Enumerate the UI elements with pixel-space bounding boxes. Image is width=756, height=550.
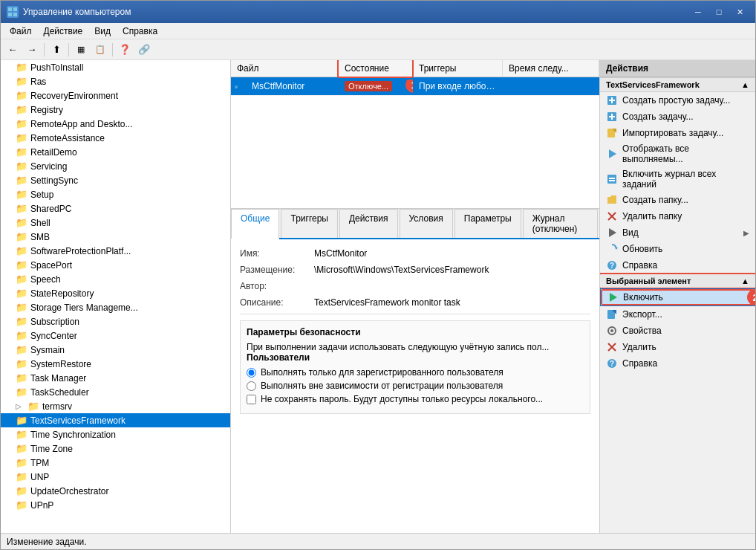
tree-item-timesync[interactable]: 📁 Time Synchronization [1, 427, 230, 441]
action-properties[interactable]: Свойства [600, 323, 755, 339]
expand-arrow[interactable]: ▷ [16, 402, 27, 410]
action-export[interactable]: Экспорт... [600, 306, 755, 323]
folder-icon: 📁 [16, 62, 27, 73]
folder-icon: 📁 [16, 288, 27, 299]
tree-item-taskmanager[interactable]: 📁 Task Manager [1, 371, 230, 385]
tree-item-settingsync[interactable]: 📁 SettingSync [1, 173, 230, 187]
minimize-button[interactable]: ─ [688, 4, 708, 19]
tree-item-registry[interactable]: 📁 Registry [1, 103, 230, 117]
folder-icon: 📁 [16, 161, 27, 172]
tree-item-staterepository[interactable]: 📁 StateRepository [1, 286, 230, 300]
action-delete-folder[interactable]: Удалить папку [600, 208, 755, 224]
tree-item-tpm[interactable]: 📁 TPM [1, 456, 230, 470]
folder-icon: 📁 [16, 443, 27, 454]
tab-parameters[interactable]: Параметры [454, 209, 521, 238]
header-nextrun[interactable]: Время следу... [503, 60, 599, 77]
action-help-2[interactable]: ? Справка [600, 355, 755, 372]
action-help-1[interactable]: ? Справка [600, 257, 755, 274]
menu-view[interactable]: Вид [88, 25, 117, 38]
action-refresh[interactable]: Обновить [600, 241, 755, 257]
tree-item-sysmain[interactable]: 📁 Sysmain [1, 343, 230, 357]
tree-item-softwareprotection[interactable]: 📁 SoftwareProtectionPlatf... [1, 244, 230, 258]
menu-help[interactable]: Справка [117, 25, 163, 38]
menu-file[interactable]: Файл [4, 25, 38, 38]
header-triggers[interactable]: Триггеры [413, 60, 503, 77]
create-folder-icon [606, 194, 618, 206]
header-file[interactable]: Файл [231, 60, 339, 77]
action-create-task[interactable]: Создать задачу... [600, 109, 755, 125]
section-collapse-icon[interactable]: ▲ [741, 80, 749, 89]
action-enable[interactable]: Включить 2 [600, 288, 755, 306]
tree-item-pushtoinstall[interactable]: 📁 PushToInstall [1, 60, 230, 74]
action-create-simple[interactable]: Создать простую задачу... [600, 92, 755, 109]
action-create-folder[interactable]: Создать папку... [600, 192, 755, 208]
menu-action[interactable]: Действие [38, 25, 89, 38]
tab-triggers[interactable]: Триггеры [281, 209, 338, 238]
tree-item-remoteassistance[interactable]: 📁 RemoteAssistance [1, 131, 230, 145]
status-text: Изменение задачи. [7, 537, 87, 547]
tree-item-smb[interactable]: 📁 SMB [1, 230, 230, 244]
delete-icon [606, 341, 618, 353]
help-1-icon: ? [606, 259, 618, 271]
header-status[interactable]: Состояние [339, 60, 413, 77]
tree-item-subscription[interactable]: 📁 Subscription [1, 314, 230, 329]
tree-item-updateorchestrator[interactable]: 📁 UpdateOrchestrator [1, 484, 230, 498]
tab-conditions[interactable]: Условия [400, 209, 453, 238]
actions-section-title-selected: Выбранный элемент ▲ [600, 274, 755, 288]
help-button[interactable]: ❓ [116, 42, 134, 58]
tab-bar: Общие Триггеры Действия Условия Параметр… [231, 209, 599, 239]
tree-item-shell[interactable]: 📁 Shell [1, 216, 230, 230]
action-import[interactable]: Импортировать задачу... [600, 125, 755, 141]
tree-item-setup[interactable]: 📁 Setup [1, 187, 230, 201]
show-hide-button[interactable]: ▦ [72, 42, 90, 58]
tree-item-sharedpc[interactable]: 📁 SharedPC [1, 201, 230, 216]
tree-item-systemrestore[interactable]: 📁 SystemRestore [1, 357, 230, 371]
section2-collapse-icon[interactable]: ▲ [741, 276, 749, 285]
radio-regardless[interactable] [247, 381, 256, 391]
back-button[interactable]: ← [4, 42, 22, 58]
task-icon-cell: ● [231, 81, 246, 91]
tab-log[interactable]: Журнал (отключен) [523, 209, 598, 238]
up-button[interactable]: ⬆ [48, 42, 65, 58]
tree-item-storagetiers[interactable]: 📁 Storage Tiers Manageme... [1, 300, 230, 314]
tab-actions[interactable]: Действия [339, 209, 398, 238]
enable-log-icon [606, 173, 618, 185]
forward-button[interactable]: → [23, 42, 41, 58]
tree-item-recovery[interactable]: 📁 RecoveryEnvironment [1, 88, 230, 103]
action-show-running[interactable]: Отображать все выполняемы... [600, 141, 755, 166]
step-1-badge: 1 [405, 80, 413, 93]
folder-icon: 📁 [16, 245, 27, 256]
tree-item-unp[interactable]: 📁 UNP [1, 470, 230, 484]
list-row-msctfmonitor[interactable]: ● MsCtfMonitor Отключе... 1 При входе лю… [231, 77, 599, 96]
folder-icon: 📁 [16, 330, 27, 341]
tree-item-ras[interactable]: 📁 Ras [1, 74, 230, 88]
tab-general[interactable]: Общие [231, 209, 279, 239]
tree-item-termsrv[interactable]: ▷ 📁 termsrv [1, 399, 230, 413]
status-bar: Изменение задачи. [1, 533, 755, 549]
action-delete[interactable]: Удалить [600, 339, 755, 355]
security-desc: При выполнении задачи использовать следу… [247, 342, 584, 363]
task-nextrun-cell [503, 85, 599, 88]
action-view[interactable]: Вид ▶ [600, 224, 755, 241]
tree-item-synccenter[interactable]: 📁 SyncCenter [1, 329, 230, 343]
security-title: Параметры безопасности [247, 327, 584, 337]
enable-icon [607, 291, 619, 303]
link-button[interactable]: 🔗 [135, 42, 153, 58]
radio-registered-only[interactable] [247, 368, 256, 378]
maximize-button[interactable]: □ [709, 4, 729, 19]
tree-item-servicing[interactable]: 📁 Servicing [1, 159, 230, 173]
tree-item-retaildemo[interactable]: 📁 RetailDemo [1, 145, 230, 159]
tree-item-speech[interactable]: 📁 Speech [1, 272, 230, 286]
tree-item-upnp[interactable]: 📁 UPnP [1, 498, 230, 512]
properties-button[interactable]: 📋 [91, 42, 109, 58]
tree-item-textservices[interactable]: 📁 TextServicesFramework [1, 413, 230, 427]
tree-item-taskscheduler[interactable]: 📁 TaskScheduler [1, 385, 230, 399]
checkbox-no-password[interactable] [247, 395, 256, 404]
close-button[interactable]: ✕ [730, 4, 749, 19]
folder-icon: 📁 [16, 358, 27, 369]
action-enable-log[interactable]: Включить журнал всех заданий [600, 166, 755, 192]
tree-item-remoteapp[interactable]: 📁 RemoteApp and Desktо... [1, 117, 230, 131]
tree-item-spaceport[interactable]: 📁 SpacePort [1, 258, 230, 272]
tree-item-timezone[interactable]: 📁 Time Zone [1, 441, 230, 456]
actions-section-selected: Выбранный элемент ▲ Включить 2 [600, 274, 755, 372]
